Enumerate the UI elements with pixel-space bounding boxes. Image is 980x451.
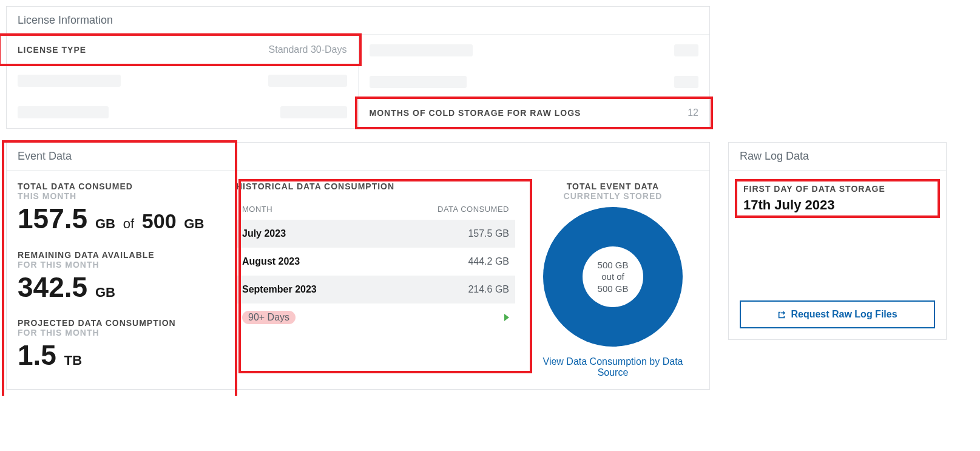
projected-number: 1.5 bbox=[18, 339, 56, 371]
historical-header: MONTH DATA CONSUMED bbox=[236, 201, 515, 220]
projected-block: PROJECTED DATA CONSUMPTION FOR THIS MONT… bbox=[18, 318, 224, 371]
donut-column: TOTAL EVENT DATA CURRENTLY STORED 500 GB… bbox=[527, 181, 698, 378]
hist-col-month: MONTH bbox=[242, 205, 272, 214]
table-row: August 2023 444.2 GB bbox=[236, 248, 515, 276]
license-right-redacted-1 bbox=[359, 35, 710, 66]
total-consumed-label: TOTAL DATA CONSUMED bbox=[18, 181, 224, 191]
cold-storage-value: 12 bbox=[688, 107, 698, 118]
hist-month: August 2023 bbox=[242, 256, 300, 267]
expand-icon bbox=[504, 314, 509, 321]
rawlog-card-title: Raw Log Data bbox=[729, 143, 946, 171]
historical-column: HISTORICAL DATA CONSUMPTION MONTH DATA C… bbox=[236, 181, 515, 378]
request-raw-logs-label: Request Raw Log Files bbox=[791, 309, 897, 320]
first-day-label: FIRST DAY OF DATA STORAGE bbox=[743, 184, 931, 194]
view-consumption-link[interactable]: View Data Consumption by Data Source bbox=[527, 356, 698, 378]
hist-consumed: 214.6 GB bbox=[468, 284, 509, 295]
first-day-block: FIRST DAY OF DATA STORAGE 17th July 2023 bbox=[740, 181, 935, 215]
hist-month: July 2023 bbox=[242, 228, 286, 239]
total-consumed-sublabel: THIS MONTH bbox=[18, 191, 224, 201]
license-right-redacted-2 bbox=[359, 66, 710, 98]
license-type-value: Standard 30-Days bbox=[269, 44, 347, 55]
table-row: July 2023 157.5 GB bbox=[236, 220, 515, 248]
event-card-title: Event Data bbox=[7, 143, 709, 171]
request-raw-logs-button[interactable]: Request Raw Log Files bbox=[740, 300, 935, 328]
remaining-unit: GB bbox=[95, 285, 115, 300]
event-data-card: Event Data TOTAL DATA CONSUMED THIS MONT… bbox=[6, 142, 710, 390]
license-type-label: LICENSE TYPE bbox=[18, 45, 86, 55]
remaining-number: 342.5 bbox=[18, 271, 87, 303]
historical-title: HISTORICAL DATA CONSUMPTION bbox=[236, 181, 515, 191]
projected-sublabel: FOR THIS MONTH bbox=[18, 328, 224, 337]
total-event-label: TOTAL EVENT DATA bbox=[564, 181, 663, 191]
total-cap-unit: GB bbox=[184, 216, 204, 231]
total-consumed-value: 157.5 GB of 500 GB bbox=[18, 203, 224, 234]
donut-mid: out of bbox=[601, 271, 624, 283]
donut-top: 500 GB bbox=[598, 259, 629, 271]
hist-col-consumed: DATA CONSUMED bbox=[438, 205, 509, 214]
total-consumed-block: TOTAL DATA CONSUMED THIS MONTH 157.5 GB … bbox=[18, 181, 224, 234]
hist-month: September 2023 bbox=[242, 284, 317, 295]
hist-consumed: 157.5 GB bbox=[468, 228, 509, 239]
historical-more-label: 90+ Days bbox=[242, 311, 296, 324]
projected-unit: TB bbox=[64, 353, 82, 368]
event-metrics-column: TOTAL DATA CONSUMED THIS MONTH 157.5 GB … bbox=[18, 181, 224, 378]
hist-consumed: 444.2 GB bbox=[468, 256, 509, 267]
license-information-card: License Information LICENSE TYPE Standar… bbox=[6, 6, 710, 129]
total-cap-number: 500 bbox=[142, 209, 177, 232]
license-type-row: LICENSE TYPE Standard 30-Days bbox=[7, 35, 358, 65]
total-consumed-unit: GB bbox=[95, 216, 115, 231]
currently-stored-label: CURRENTLY STORED bbox=[564, 191, 663, 201]
projected-label: PROJECTED DATA CONSUMPTION bbox=[18, 318, 224, 328]
license-card-title: License Information bbox=[7, 7, 709, 35]
of-word: of bbox=[123, 216, 134, 231]
total-consumed-number: 157.5 bbox=[18, 203, 87, 234]
remaining-value: 342.5 GB bbox=[18, 272, 224, 303]
share-icon bbox=[777, 310, 786, 319]
projected-value: 1.5 TB bbox=[18, 340, 224, 371]
license-body: LICENSE TYPE Standard 30-Days MO bbox=[7, 35, 709, 128]
donut-title-block: TOTAL EVENT DATA CURRENTLY STORED bbox=[564, 181, 663, 201]
license-redacted-row-1 bbox=[7, 65, 358, 97]
donut-chart: 500 GB out of 500 GB bbox=[543, 207, 683, 347]
donut-bot: 500 GB bbox=[598, 283, 629, 295]
raw-log-data-card: Raw Log Data FIRST DAY OF DATA STORAGE 1… bbox=[728, 142, 947, 340]
cold-storage-row: MONTHS OF COLD STORAGE FOR RAW LOGS 12 bbox=[359, 98, 710, 128]
historical-more-row[interactable]: 90+ Days bbox=[236, 303, 515, 327]
remaining-sublabel: FOR THIS MONTH bbox=[18, 260, 224, 270]
first-day-value: 17th July 2023 bbox=[743, 197, 931, 213]
remaining-label: REMAINING DATA AVAILABLE bbox=[18, 250, 224, 260]
license-redacted-row-2 bbox=[7, 97, 358, 128]
remaining-block: REMAINING DATA AVAILABLE FOR THIS MONTH … bbox=[18, 250, 224, 303]
donut-center: 500 GB out of 500 GB bbox=[583, 246, 643, 307]
cold-storage-label: MONTHS OF COLD STORAGE FOR RAW LOGS bbox=[370, 108, 581, 118]
table-row: September 2023 214.6 GB bbox=[236, 276, 515, 303]
